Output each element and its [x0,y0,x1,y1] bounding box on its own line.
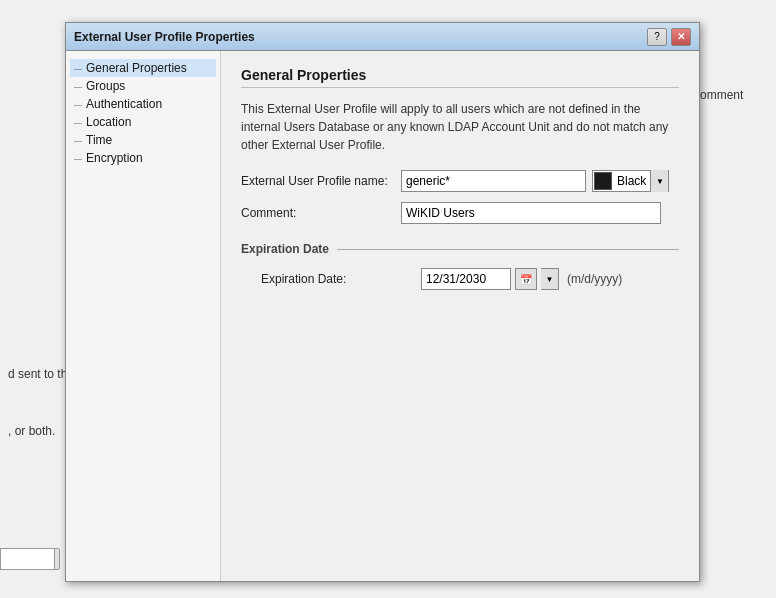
color-swatch [594,172,612,190]
nav-item-encryption[interactable]: — Encryption [70,149,216,167]
title-bar: External User Profile Properties ? ✕ [66,23,699,51]
close-button[interactable]: ✕ [671,28,691,46]
expiration-divider [337,249,679,250]
nav-bullet-general: — [74,64,82,72]
bg-text-or-both: , or both. [0,420,63,442]
nav-bullet-time: — [74,136,82,144]
profile-name-label: External User Profile name: [241,174,401,188]
nav-bullet-groups: — [74,82,82,90]
color-selector: Black ▼ [592,170,669,192]
nav-item-time[interactable]: — Time [70,131,216,149]
expiration-date-row: Expiration Date: 📅 ▼ (m/d/yyyy) [241,268,679,290]
date-format-hint: (m/d/yyyy) [567,272,622,286]
comment-row: Comment: [241,202,679,224]
date-input[interactable] [421,268,511,290]
dialog-body: — General Properties — Groups — Authenti… [66,51,699,581]
date-picker-container: 📅 ▼ (m/d/yyyy) [421,268,622,290]
nav-tree: — General Properties — Groups — Authenti… [66,51,221,581]
description-text: This External User Profile will apply to… [241,100,679,154]
nav-item-location[interactable]: — Location [70,113,216,131]
color-dropdown-button[interactable]: ▼ [650,170,668,192]
bg-dropdown[interactable] [0,548,55,570]
nav-item-general-properties[interactable]: — General Properties [70,59,216,77]
nav-bullet-authentication: — [74,100,82,108]
bg-comment-text: omment [700,88,743,102]
dialog-title: External User Profile Properties [74,30,255,44]
date-dropdown-button[interactable]: ▼ [541,268,559,290]
nav-item-groups[interactable]: — Groups [70,77,216,95]
expiration-section-title: Expiration Date [241,242,329,256]
nav-bullet-encryption: — [74,154,82,162]
dialog-external-user-profile: External User Profile Properties ? ✕ — G… [65,22,700,582]
nav-item-authentication[interactable]: — Authentication [70,95,216,113]
profile-name-input[interactable] [401,170,586,192]
help-button[interactable]: ? [647,28,667,46]
color-label: Black [613,174,650,188]
main-content: General Properties This External User Pr… [221,51,699,581]
calendar-button[interactable]: 📅 [515,268,537,290]
expiration-section: Expiration Date Expiration Date: 📅 ▼ (m/… [241,242,679,290]
expiration-date-label: Expiration Date: [261,272,421,286]
profile-name-row: External User Profile name: Black ▼ [241,170,679,192]
title-buttons: ? ✕ [647,28,691,46]
section-title: General Properties [241,67,679,88]
comment-label: Comment: [241,206,401,220]
comment-input[interactable] [401,202,661,224]
nav-bullet-location: — [74,118,82,126]
expiration-header: Expiration Date [241,242,679,256]
